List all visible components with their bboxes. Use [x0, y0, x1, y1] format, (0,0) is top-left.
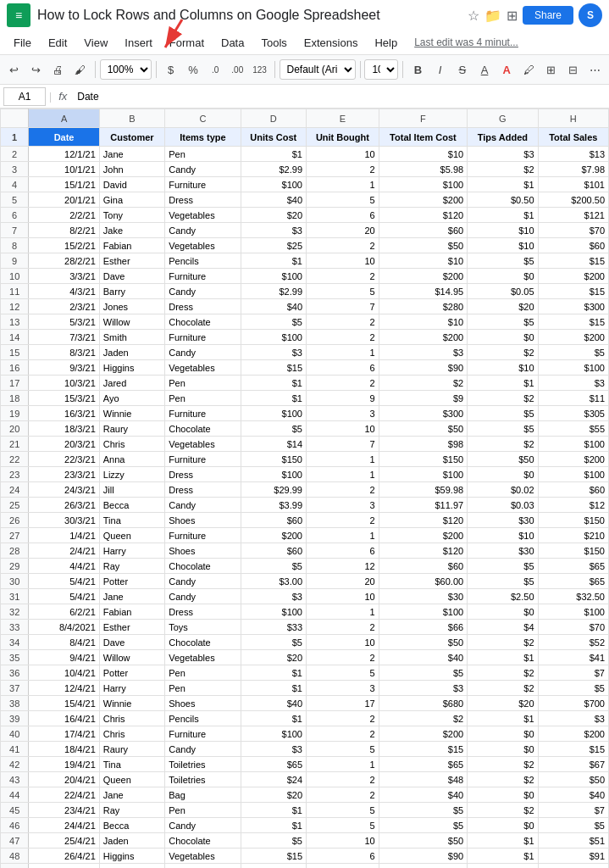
cell-r24-c7[interactable]: $0.02	[468, 482, 538, 498]
cell-r9-c3[interactable]: Pencils	[165, 253, 241, 269]
cell-r5-c1[interactable]: 20/1/21	[29, 192, 99, 208]
cell-r30-c7[interactable]: $5	[468, 574, 538, 589]
cell-r12-c5[interactable]: 7	[307, 299, 379, 314]
paint-format-button[interactable]: 🖌	[70, 58, 91, 81]
cell-r49-c5[interactable]: 1	[307, 864, 379, 869]
cell-r23-c6[interactable]: $100	[379, 467, 467, 482]
cell-r30-c8[interactable]: $65	[538, 574, 608, 589]
cell-r22-c5[interactable]: 1	[307, 452, 379, 467]
cell-r10-c2[interactable]: Dave	[99, 269, 164, 284]
cell-r19-c4[interactable]: $100	[241, 406, 306, 421]
cell-r15-c8[interactable]: $5	[538, 345, 608, 360]
cell-r6-c1[interactable]: 2/2/21	[29, 208, 99, 223]
header-items-type[interactable]: Items type	[165, 128, 241, 147]
cell-r28-c7[interactable]: $30	[468, 543, 538, 559]
cell-r23-c1[interactable]: 23/3/21	[29, 467, 99, 482]
cell-r30-c5[interactable]: 20	[307, 574, 379, 589]
cell-r22-c7[interactable]: $50	[468, 452, 538, 467]
cell-r40-c3[interactable]: Furniture	[165, 726, 241, 742]
cell-r25-c8[interactable]: $12	[538, 498, 608, 513]
cell-r5-c8[interactable]: $200.50	[538, 192, 608, 208]
cell-r46-c5[interactable]: 5	[307, 818, 379, 833]
menu-data[interactable]: Data	[214, 34, 251, 52]
cell-r2-c1[interactable]: 12/1/21	[29, 147, 99, 162]
cell-r8-c4[interactable]: $25	[241, 238, 306, 253]
cell-r16-c6[interactable]: $90	[379, 360, 467, 376]
cell-r31-c6[interactable]: $30	[379, 589, 467, 604]
cell-r21-c5[interactable]: 7	[307, 437, 379, 452]
cell-r3-c6[interactable]: $5.98	[379, 162, 467, 177]
cell-r29-c7[interactable]: $5	[468, 559, 538, 574]
cell-r39-c5[interactable]: 2	[307, 711, 379, 726]
cell-r46-c6[interactable]: $5	[379, 818, 467, 833]
italic-button[interactable]: I	[430, 58, 451, 81]
cell-r6-c5[interactable]: 6	[307, 208, 379, 223]
cell-r17-c7[interactable]: $1	[468, 376, 538, 391]
cell-r34-c4[interactable]: $5	[241, 635, 306, 650]
cell-r3-c5[interactable]: 2	[307, 162, 379, 177]
cell-r38-c4[interactable]: $40	[241, 696, 306, 711]
cell-r18-c3[interactable]: Pen	[165, 391, 241, 406]
cell-r19-c8[interactable]: $305	[538, 406, 608, 421]
cell-r39-c4[interactable]: $1	[241, 711, 306, 726]
cell-r37-c6[interactable]: $3	[379, 681, 467, 696]
cell-r24-c2[interactable]: Jill	[99, 482, 164, 498]
cell-r36-c2[interactable]: Potter	[99, 665, 164, 681]
cell-r35-c2[interactable]: Willow	[99, 650, 164, 665]
cell-r5-c5[interactable]: 5	[307, 192, 379, 208]
cell-r41-c7[interactable]: $0	[468, 742, 538, 757]
cell-r10-c8[interactable]: $200	[538, 269, 608, 284]
cell-r30-c2[interactable]: Potter	[99, 574, 164, 589]
cell-r37-c5[interactable]: 3	[307, 681, 379, 696]
cell-r5-c7[interactable]: $0.50	[468, 192, 538, 208]
col-header-f[interactable]: F	[379, 109, 467, 128]
cell-r43-c2[interactable]: Queen	[99, 772, 164, 787]
cell-r2-c8[interactable]: $13	[538, 147, 608, 162]
cell-r46-c7[interactable]: $0	[468, 818, 538, 833]
cell-r4-c5[interactable]: 1	[307, 177, 379, 192]
cell-r37-c4[interactable]: $1	[241, 681, 306, 696]
cell-r15-c5[interactable]: 1	[307, 345, 379, 360]
cell-r34-c1[interactable]: 8/4/21	[29, 635, 99, 650]
cell-r47-c2[interactable]: Jaden	[99, 833, 164, 849]
cell-r45-c5[interactable]: 5	[307, 803, 379, 818]
cell-r34-c7[interactable]: $2	[468, 635, 538, 650]
cell-r28-c1[interactable]: 2/4/21	[29, 543, 99, 559]
col-header-h[interactable]: H	[538, 109, 608, 128]
cell-r4-c7[interactable]: $1	[468, 177, 538, 192]
cell-r41-c4[interactable]: $3	[241, 742, 306, 757]
cell-r23-c5[interactable]: 1	[307, 467, 379, 482]
cell-r13-c7[interactable]: $5	[468, 314, 538, 330]
cell-r27-c5[interactable]: 1	[307, 528, 379, 543]
cell-r45-c8[interactable]: $7	[538, 803, 608, 818]
cell-r23-c4[interactable]: $100	[241, 467, 306, 482]
cell-r48-c4[interactable]: $15	[241, 849, 306, 864]
merge-button[interactable]: ⊟	[563, 58, 584, 81]
bold-button[interactable]: B	[407, 58, 428, 81]
cell-r46-c8[interactable]: $5	[538, 818, 608, 833]
grid-icon[interactable]: ⊞	[507, 8, 518, 24]
cell-r8-c1[interactable]: 15/2/21	[29, 238, 99, 253]
cell-r43-c5[interactable]: 2	[307, 772, 379, 787]
cell-r43-c8[interactable]: $50	[538, 772, 608, 787]
cell-r41-c5[interactable]: 5	[307, 742, 379, 757]
cell-r15-c4[interactable]: $3	[241, 345, 306, 360]
cell-r48-c5[interactable]: 6	[307, 849, 379, 864]
cell-r4-c3[interactable]: Furniture	[165, 177, 241, 192]
cell-r41-c6[interactable]: $15	[379, 742, 467, 757]
cell-r17-c2[interactable]: Jared	[99, 376, 164, 391]
cell-r21-c3[interactable]: Vegetables	[165, 437, 241, 452]
cell-r31-c4[interactable]: $3	[241, 589, 306, 604]
cell-r26-c8[interactable]: $150	[538, 513, 608, 528]
cell-r38-c5[interactable]: 17	[307, 696, 379, 711]
cell-r33-c8[interactable]: $70	[538, 620, 608, 635]
cell-r4-c1[interactable]: 15/1/21	[29, 177, 99, 192]
cell-r32-c1[interactable]: 6/2/21	[29, 604, 99, 620]
cell-r22-c8[interactable]: $200	[538, 452, 608, 467]
borders-button[interactable]: ⊞	[541, 58, 562, 81]
cell-r25-c7[interactable]: $0.03	[468, 498, 538, 513]
cell-r23-c2[interactable]: Lizzy	[99, 467, 164, 482]
cell-r6-c7[interactable]: $1	[468, 208, 538, 223]
cell-r40-c1[interactable]: 17/4/21	[29, 726, 99, 742]
cell-r6-c6[interactable]: $120	[379, 208, 467, 223]
